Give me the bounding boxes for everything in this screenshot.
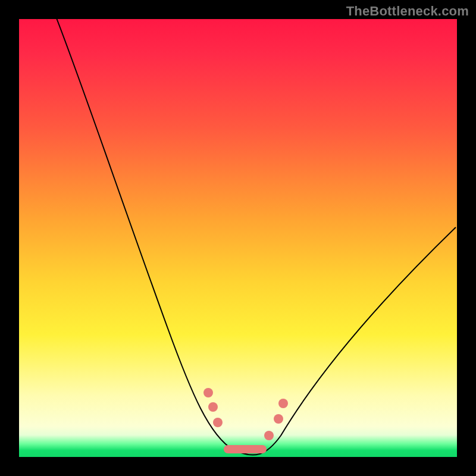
chart-frame: TheBottleneck.com xyxy=(0,0,476,476)
marker-dot xyxy=(278,399,288,408)
marker-dot xyxy=(213,418,223,427)
watermark-text: TheBottleneck.com xyxy=(346,4,469,19)
plot-area xyxy=(19,19,457,457)
marker-dot xyxy=(203,388,213,397)
curve-markers xyxy=(203,388,288,453)
marker-dot xyxy=(274,414,283,424)
marker-dot xyxy=(264,431,274,440)
curve-path xyxy=(56,17,456,455)
bottleneck-curve xyxy=(19,19,457,457)
marker-dot xyxy=(208,402,218,412)
marker-bar xyxy=(224,445,267,453)
